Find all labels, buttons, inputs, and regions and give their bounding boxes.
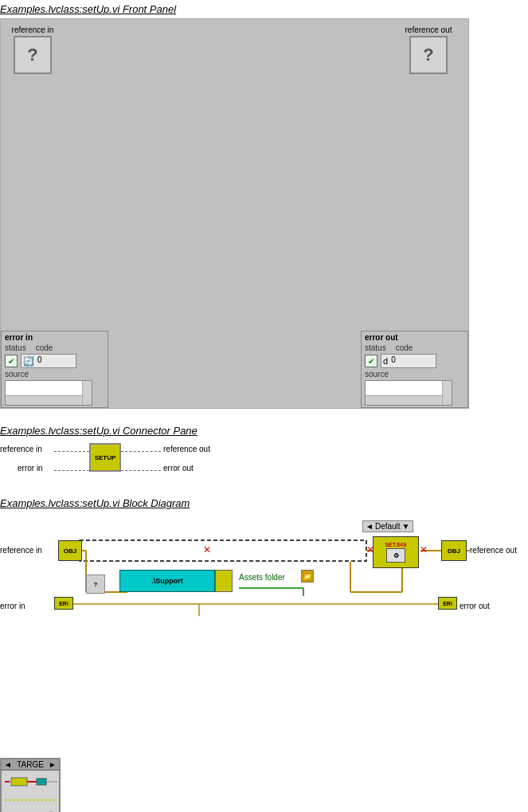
svg-rect-17	[11, 778, 27, 786]
error-in-code-field[interactable]: 0	[36, 355, 76, 367]
block-diagram-title: Examples.lvclass:setUp.vi Block Diagram	[0, 497, 528, 509]
error-out-status-label: status	[365, 343, 386, 352]
target-body	[2, 771, 59, 812]
svg-rect-19	[37, 779, 46, 785]
error-in-source-field[interactable]	[5, 380, 92, 406]
error-in-scroll-v[interactable]	[82, 381, 92, 405]
cp-err-out-label: error out	[163, 464, 194, 473]
bd-canvas: ◄ Default ▼ reference in OBJ ✕ SET.64S ⚙…	[0, 512, 528, 751]
reference-in-icon: ?	[14, 36, 52, 74]
dropdown-arrow-icon: ▼	[402, 522, 410, 531]
error-in-code-label: code	[36, 343, 53, 352]
error-in-cluster: error in status code ✔ 🔄 0 source	[1, 331, 108, 408]
error-in-label: error in	[5, 333, 104, 342]
error-out-scroll-v[interactable]	[442, 381, 452, 405]
target-right-arrow: ►	[49, 760, 57, 769]
cp-wire-err-in	[54, 470, 89, 471]
bd-gear-icon: ⚙	[386, 548, 405, 563]
connector-pane-title: Examples.lvclass:setUp.vi Connector Pane	[0, 425, 528, 437]
error-out-source-field[interactable]	[365, 380, 452, 406]
default-dropdown[interactable]: ◄ Default ▼	[362, 520, 413, 532]
error-out-label: error out	[365, 333, 464, 342]
front-panel-title: Examples.lvclass:setUp.vi Front Panel	[0, 3, 528, 15]
connector-pane-section: Examples.lvclass:setUp.vi Connector Pane…	[0, 415, 528, 488]
red-x-left: ✕	[203, 544, 211, 555]
bd-assets-folder-label: Assets folder	[239, 573, 285, 582]
bd-ref-in-label: reference in	[0, 546, 42, 555]
target-left-arrow: ◄	[4, 760, 12, 769]
bd-question-vi: ?	[86, 575, 105, 594]
error-in-status-check: ✔	[5, 355, 18, 367]
red-x-set: ✕	[366, 544, 374, 555]
bd-ref-out-label: reference out	[470, 546, 517, 555]
cp-err-in-label: error in	[18, 464, 43, 473]
reference-out-box: reference out ?	[405, 25, 452, 74]
bd-obj-in-block: OBJ	[58, 540, 82, 561]
block-diagram-section: Examples.lvclass:setUp.vi Block Diagram	[0, 488, 528, 812]
bd-setup-label: SET.64S	[385, 542, 406, 547]
error-out-source-label: source	[365, 370, 389, 379]
svg-rect-1	[80, 540, 366, 561]
bd-setup-block: SET.64S ⚙	[373, 536, 419, 568]
bd-support-path-label: .\Support	[151, 577, 183, 585]
cp-wire-ref-in	[54, 451, 89, 452]
error-in-scroll-h[interactable]	[6, 395, 82, 405]
bd-err-in-label: error in	[0, 602, 25, 610]
bd-obj-out-block: DBJ	[441, 540, 467, 561]
bd-array-node	[215, 570, 233, 592]
reference-in-box: reference in ?	[9, 25, 57, 74]
bd-err-in-block: ERi	[54, 597, 73, 610]
cp-wire-ref-out	[121, 451, 161, 452]
error-out-scroll-h[interactable]	[366, 395, 442, 405]
target-box: ◄ TARGE ►	[0, 758, 61, 812]
bd-subvi-block: .\Support	[119, 570, 215, 592]
red-x-right: ✕	[420, 544, 428, 555]
cp-ref-out-label: reference out	[163, 445, 210, 453]
reference-in-label: reference in	[9, 25, 57, 34]
front-panel-section: Examples.lvclass:setUp.vi Front Panel re…	[0, 0, 528, 415]
bd-err-out-label: error out	[460, 602, 490, 610]
error-in-source-label: source	[5, 370, 29, 379]
error-out-status-check: ✔	[365, 355, 377, 367]
cp-ref-in-label: reference in	[0, 445, 42, 453]
fp-canvas: reference in ? reference out ? error in …	[0, 18, 469, 409]
cp-canvas: reference in SETUP reference out error i…	[0, 440, 528, 481]
reference-out-label: reference out	[405, 25, 452, 34]
error-in-status-label: status	[5, 343, 26, 352]
target-header: ◄ TARGE ►	[2, 759, 59, 771]
cp-setup-node: SETUP	[89, 443, 121, 472]
error-out-code-label: code	[396, 343, 413, 352]
default-label: Default	[375, 522, 401, 531]
reference-out-icon: ?	[409, 36, 448, 74]
left-arrow-icon: ◄	[366, 522, 374, 531]
bd-folder-icon: 📁	[301, 570, 314, 583]
error-out-cluster: error out status code ✔ d 0 source	[361, 331, 468, 408]
error-out-code-field[interactable]: 0	[389, 355, 436, 367]
target-label: TARGE	[17, 760, 44, 769]
cp-wire-err-out	[121, 470, 161, 471]
bd-err-out-block: ERi	[438, 597, 457, 610]
target-section: ◄ TARGE ►	[0, 758, 528, 812]
target-inner-svg	[3, 772, 59, 812]
